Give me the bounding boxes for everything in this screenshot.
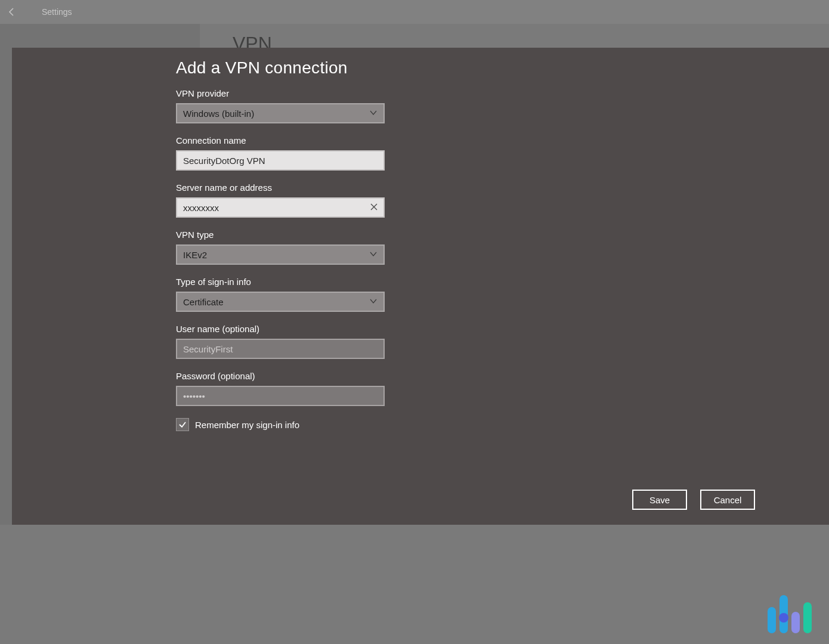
background-lower: [0, 525, 829, 644]
password-input[interactable]: •••••••: [176, 386, 385, 406]
remember-signin-label: Remember my sign-in info: [195, 420, 299, 430]
username-value: SecurityFirst: [183, 344, 233, 354]
clear-icon[interactable]: [370, 202, 378, 213]
back-icon: [0, 0, 24, 24]
checkmark-icon: [178, 420, 187, 429]
logo-bar: [779, 595, 788, 633]
chevron-down-icon: [369, 250, 378, 260]
connection-name-label: Connection name: [176, 135, 829, 145]
server-address-value: xxxxxxxx: [183, 203, 219, 213]
logo-bar: [791, 612, 800, 633]
vpn-type-label: VPN type: [176, 230, 829, 240]
logo-bar: [768, 607, 776, 633]
modal-title: Add a VPN connection: [176, 58, 829, 78]
vpn-provider-label: VPN provider: [176, 88, 829, 98]
remember-signin-checkbox[interactable]: [176, 418, 189, 431]
signin-type-dropdown[interactable]: Certificate: [176, 292, 385, 312]
username-input[interactable]: SecurityFirst: [176, 339, 385, 359]
app-title: Settings: [42, 7, 72, 17]
connection-name-value: SecurityDotOrg VPN: [183, 156, 265, 166]
vpn-provider-value: Windows (built-in): [183, 109, 254, 119]
vpn-type-value: IKEv2: [183, 250, 207, 260]
connection-name-input[interactable]: SecurityDotOrg VPN: [176, 150, 385, 171]
server-address-label: Server name or address: [176, 182, 829, 193]
username-label: User name (optional): [176, 324, 829, 334]
vpn-type-dropdown[interactable]: IKEv2: [176, 244, 385, 265]
chevron-down-icon: [369, 297, 378, 307]
password-label: Password (optional): [176, 371, 829, 381]
watermark-logo: [766, 586, 813, 633]
password-value: •••••••: [183, 391, 205, 401]
titlebar: Settings: [0, 0, 829, 24]
cancel-button[interactable]: Cancel: [700, 490, 755, 510]
add-vpn-modal: Add a VPN connection VPN provider Window…: [12, 48, 829, 525]
chevron-down-icon: [369, 109, 378, 119]
signin-type-value: Certificate: [183, 297, 224, 307]
logo-bar: [803, 602, 812, 633]
vpn-provider-dropdown[interactable]: Windows (built-in): [176, 103, 385, 123]
signin-type-label: Type of sign-in info: [176, 277, 829, 287]
save-button[interactable]: Save: [632, 490, 687, 510]
server-address-input[interactable]: xxxxxxxx: [176, 197, 385, 218]
